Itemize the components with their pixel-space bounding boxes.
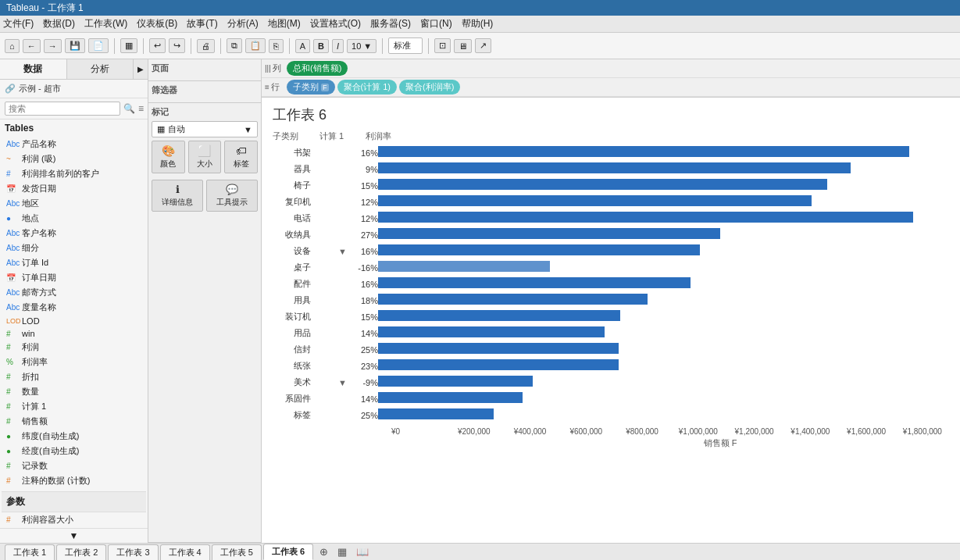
- bar-meishu: [378, 376, 533, 387]
- toolbar-fontsize[interactable]: 10 ▼: [347, 39, 377, 53]
- toolbar-undo[interactable]: ↩: [149, 38, 166, 53]
- chart-row: 用品 14%: [273, 326, 949, 341]
- tab-data[interactable]: 数据: [0, 59, 67, 79]
- x-tick-600k: ¥600,000: [559, 427, 612, 436]
- row-calc-meishu: ▼: [316, 378, 347, 387]
- scroll-down-arrow[interactable]: ▼: [0, 528, 148, 543]
- menu-help[interactable]: 帮助(H): [462, 17, 494, 30]
- toolbar-save[interactable]: 💾: [65, 38, 85, 53]
- field-win[interactable]: #win: [2, 327, 146, 340]
- row-pill-calc1[interactable]: 聚合(计算 1): [337, 80, 398, 95]
- bar-yongju: [378, 294, 648, 305]
- toolbar-textformat[interactable]: A: [295, 39, 310, 53]
- toolbar-fit[interactable]: ⊡: [434, 38, 451, 53]
- row-pill-subcategory[interactable]: 子类别 F: [287, 80, 335, 95]
- menu-file[interactable]: 文件(F): [3, 17, 34, 30]
- column-pill-sales[interactable]: 总和(销售额): [287, 61, 348, 76]
- row-pill-profitrate[interactable]: 聚合(利润率): [399, 80, 460, 95]
- menu-worksheet[interactable]: 工作表(W): [84, 17, 127, 30]
- menu-data[interactable]: 数据(D): [43, 17, 75, 30]
- menu-format[interactable]: 设置格式(O): [310, 17, 361, 30]
- field-icon-tilde: ~: [6, 155, 19, 163]
- field-lat[interactable]: ●纬度(自动生成): [2, 429, 146, 444]
- search-icon[interactable]: 🔍: [123, 103, 135, 114]
- field-quantity[interactable]: #数量: [2, 384, 146, 399]
- tab-worksheet6[interactable]: 工作表 6: [263, 544, 313, 560]
- tab-analysis[interactable]: 分析: [67, 59, 134, 79]
- field-order-id[interactable]: Abc订单 Id: [2, 255, 146, 270]
- field-product-name[interactable]: Abc产品名称: [2, 137, 146, 152]
- tab-worksheet5[interactable]: 工作表 5: [212, 544, 262, 560]
- tab-worksheet3[interactable]: 工作表 3: [108, 544, 158, 560]
- row-pct-fuyin: 12%: [347, 198, 378, 207]
- field-notes-count[interactable]: #注释的数据 (计数): [2, 473, 146, 488]
- row-label-qiju: 器具: [273, 163, 316, 175]
- toolbar-monitor[interactable]: 🖥: [454, 39, 472, 53]
- toolbar-back[interactable]: ←: [23, 39, 41, 53]
- marks-type-dropdown[interactable]: ▦ 自动 ▼: [152, 121, 258, 137]
- field-order-date[interactable]: 📅订单日期: [2, 270, 146, 285]
- search-options-icon[interactable]: ≡: [138, 103, 144, 114]
- menu-analysis[interactable]: 分析(A): [227, 17, 259, 30]
- field-top-customers[interactable]: #利润排名前列的客户: [2, 166, 146, 181]
- field-calc1[interactable]: #计算 1: [2, 399, 146, 414]
- marks-size-btn[interactable]: ⬜ 大小: [188, 141, 222, 173]
- menu-server[interactable]: 服务器(S): [370, 17, 411, 30]
- field-measure-names[interactable]: Abc度量名称: [2, 300, 146, 315]
- menu-dashboard[interactable]: 仪表板(B): [137, 17, 177, 30]
- field-ship-date[interactable]: 📅发货日期: [2, 181, 146, 196]
- bar-cell-fuyin: [378, 194, 812, 209]
- field-records[interactable]: #记录数: [2, 458, 146, 473]
- search-input[interactable]: [5, 102, 120, 116]
- data-source-name[interactable]: 示例 - 超市: [19, 83, 61, 95]
- field-icon-abc3: Abc: [6, 229, 19, 237]
- toolbar-layout[interactable]: ▦: [120, 38, 137, 53]
- field-region[interactable]: Abc地区: [2, 196, 146, 211]
- field-segment[interactable]: Abc细分: [2, 241, 146, 255]
- new-sheet-icon[interactable]: ⊕: [315, 544, 333, 559]
- menu-story[interactable]: 故事(T): [187, 17, 217, 30]
- chart-row: 桌子 -16%: [273, 260, 949, 275]
- field-sales[interactable]: #销售额: [2, 414, 146, 429]
- toolbar-print[interactable]: 🖨: [197, 39, 215, 53]
- tab-worksheet4[interactable]: 工作表 4: [160, 544, 210, 560]
- field-profit-rate[interactable]: %利润率: [2, 355, 146, 369]
- toolbar-new[interactable]: 📄: [88, 38, 109, 53]
- field-location[interactable]: ●地点: [2, 211, 146, 226]
- toolbar-std-dropdown[interactable]: 标准: [388, 37, 423, 54]
- field-profit[interactable]: #利润: [2, 340, 146, 355]
- field-customer-name[interactable]: Abc客户名称: [2, 226, 146, 241]
- new-dashboard-icon[interactable]: ▦: [333, 544, 352, 559]
- field-lod[interactable]: LODLOD: [2, 315, 146, 327]
- toolbar-paste2[interactable]: ⎘: [269, 39, 284, 53]
- toolbar-redo[interactable]: ↪: [169, 38, 185, 53]
- row-shelf-label: ≡ 行: [265, 81, 287, 93]
- param-profit-bin[interactable]: #利润容器大小: [2, 512, 146, 527]
- x-tick-12m: ¥1,200,000: [728, 427, 781, 436]
- toolbar-home[interactable]: ⌂: [5, 39, 20, 53]
- field-lon[interactable]: ●经度(自动生成): [2, 444, 146, 458]
- toolbar-italic[interactable]: I: [332, 39, 344, 53]
- marks-color-btn[interactable]: 🎨 颜色: [152, 141, 185, 173]
- column-shelf-text: 列: [273, 62, 281, 74]
- toolbar-bold[interactable]: B: [313, 39, 329, 53]
- bar-cell-yizi: [378, 178, 827, 193]
- bar-cell-xinfeng: [378, 342, 619, 357]
- field-ship-mode[interactable]: Abc邮寄方式: [2, 285, 146, 300]
- marks-tooltip-btn[interactable]: 💬 工具提示: [206, 180, 258, 212]
- menu-map[interactable]: 地图(M): [268, 17, 301, 30]
- toolbar-share[interactable]: ↗: [475, 38, 491, 53]
- marks-detail-btn[interactable]: ℹ 详细信息: [152, 180, 203, 212]
- field-discount[interactable]: #折扣: [2, 369, 146, 384]
- tab-worksheet1[interactable]: 工作表 1: [5, 544, 55, 560]
- toolbar-copy[interactable]: ⧉: [227, 38, 242, 53]
- menu-window[interactable]: 窗口(N): [420, 17, 452, 30]
- tab-worksheet2[interactable]: 工作表 2: [56, 544, 106, 560]
- toolbar-paste[interactable]: 📋: [245, 38, 266, 53]
- new-story-icon[interactable]: 📖: [352, 544, 373, 559]
- toolbar-forward[interactable]: →: [44, 39, 62, 53]
- field-label: 邮寄方式: [22, 287, 56, 298]
- field-profit-abs[interactable]: ~利润 (吸): [2, 152, 146, 166]
- marks-label-btn[interactable]: 🏷 标签: [224, 141, 258, 173]
- left-panel-collapse[interactable]: ▶: [134, 59, 148, 79]
